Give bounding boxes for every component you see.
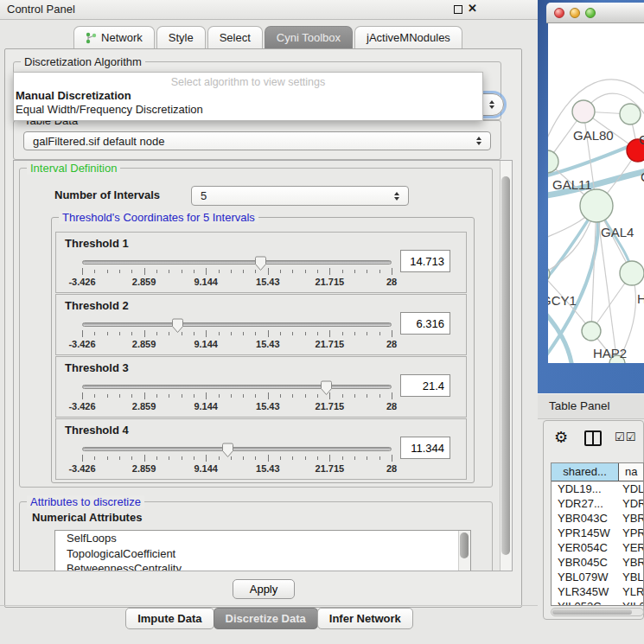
cell-shared-name[interactable]: YDR27... [552, 496, 619, 511]
tab-label: Select [220, 31, 251, 44]
cell-name[interactable]: YBR0 [619, 555, 643, 570]
minimize-traffic-light-icon[interactable] [570, 8, 580, 18]
list-scrollbar-thumb[interactable] [460, 532, 469, 558]
threshold-slider[interactable]: -3.4262.8599.14415.4321.71528 [82, 257, 392, 291]
cell-shared-name[interactable]: YER054C [552, 540, 619, 555]
table-scrollbar-thumb[interactable] [552, 609, 632, 615]
zoom-traffic-light-icon[interactable] [585, 8, 596, 18]
cell-shared-name[interactable]: YBR045C [552, 555, 619, 570]
table-row[interactable]: YBR043CYBR0 [552, 511, 643, 526]
table-row[interactable]: YBL079WYBL0 [552, 570, 643, 584]
threshold-value-input[interactable] [400, 374, 450, 397]
tab-jactivemnodules[interactable]: jActiveMNodules [354, 26, 462, 48]
cell-shared-name[interactable]: YPR145W [552, 526, 619, 540]
cell-name[interactable]: YDR2 [619, 496, 643, 511]
table-row[interactable]: YPR145WYPR1 [552, 526, 643, 540]
cell-name[interactable]: YDL1 [619, 481, 643, 496]
slider-track[interactable] [82, 447, 392, 451]
network-node[interactable] [582, 322, 601, 341]
scale-tick-label: 15.43 [256, 463, 280, 474]
scale-tick-label: -3.426 [68, 339, 95, 349]
settings-scrollbar[interactable] [500, 161, 512, 571]
cell-name[interactable]: YBR0 [619, 511, 643, 526]
settings-scrollbar-thumb[interactable] [501, 176, 510, 555]
threshold-label: Threshold 4 [65, 424, 129, 437]
threshold-value-input[interactable] [400, 312, 450, 335]
tab-select[interactable]: Select [207, 26, 263, 48]
attribute-item-topologicalcoefficient[interactable]: TopologicalCoefficient [55, 546, 470, 562]
combo-arrows-icon [394, 192, 400, 201]
slider-track[interactable] [82, 385, 392, 389]
gear-icon[interactable]: ⚙ [554, 428, 568, 447]
table-horizontal-scrollbar[interactable] [551, 608, 644, 616]
network-node[interactable] [580, 189, 613, 222]
apply-button[interactable]: Apply [233, 579, 295, 599]
cell-shared-name[interactable]: YBL079W [552, 570, 619, 584]
cell-shared-name[interactable]: YIL052C [552, 599, 619, 606]
table-header-row: shared... na [552, 463, 643, 481]
num-intervals-combobox[interactable]: 5 [191, 186, 409, 206]
scale-tick-label: 2.859 [132, 463, 156, 474]
cell-name[interactable]: YIL0 [619, 599, 643, 606]
checkbox-icons[interactable]: ☑☑ [615, 430, 636, 443]
table-data-combobox[interactable]: galFiltered.sif default node [23, 131, 491, 150]
network-node[interactable] [572, 100, 595, 123]
threshold-slider[interactable]: -3.4262.8599.14415.4321.71528 [82, 319, 392, 354]
bottom-tab-discretize-data[interactable]: Discretize Data [214, 608, 318, 629]
dropdown-option-equal-width-frequency-discretization[interactable]: Equal Width/Frequency Discretization [14, 102, 482, 116]
slider-track[interactable] [82, 260, 392, 265]
attributes-listbox[interactable]: SelfLoopsTopologicalCoefficientBetweenne… [54, 530, 471, 571]
slider-scale-labels: -3.4262.8599.14415.4321.71528 [82, 401, 392, 412]
table-row[interactable]: YDL19...YDL1 [552, 481, 643, 496]
table-row[interactable]: YLR345WYLR3 [552, 584, 643, 599]
table-row[interactable]: YDR27...YDR2 [552, 496, 643, 511]
cell-name[interactable]: YBL0 [619, 570, 643, 584]
network-node[interactable] [620, 261, 644, 285]
threshold-value-input[interactable] [400, 250, 450, 272]
cell-shared-name[interactable]: YBR043C [552, 511, 619, 526]
node-table[interactable]: shared... na YDL19...YDL1YDR27...YDR2YBR… [551, 462, 644, 606]
attribute-item-betweennesscentrality[interactable]: BetweennessCentrality [55, 561, 470, 571]
interval-definition-title: Interval Definition [27, 162, 120, 175]
cell-name[interactable]: YLR3 [619, 584, 643, 599]
dropdown-hint: Select algorithm to view settings [14, 73, 482, 88]
table-data-group: Table Data galFiltered.sif default node [13, 120, 501, 160]
settings-viewport: Interval Definition Number of Intervals … [14, 161, 501, 571]
table-row[interactable]: YBR045CYBR0 [552, 555, 643, 570]
column-header-name[interactable]: na [619, 463, 643, 481]
close-traffic-light-icon[interactable] [554, 8, 564, 18]
cell-shared-name[interactable]: YLR345W [552, 584, 619, 599]
network-node[interactable] [620, 104, 641, 124]
bottom-tab-impute-data[interactable]: Impute Data [125, 608, 214, 629]
network-node[interactable] [548, 266, 550, 282]
table-row[interactable]: YER054CYER0 [552, 540, 643, 555]
threshold-panel: Threshold 1 -3.4262.8599.14415.4321.7152… [55, 232, 467, 293]
network-icon [86, 32, 97, 44]
table-panel: ⚙ ☑☑ shared... na YDL19...YDL1YDR27...YD… [543, 420, 644, 620]
tab-style[interactable]: Style [156, 26, 206, 48]
dropdown-option-manual-discretization[interactable]: Manual Discretization [14, 88, 482, 102]
close-icon[interactable]: ✕ [468, 2, 477, 15]
threshold-slider[interactable]: -3.4262.8599.14415.4321.71528 [82, 381, 392, 416]
network-node[interactable] [548, 150, 558, 173]
threshold-slider[interactable]: -3.4262.8599.14415.4321.71528 [82, 443, 392, 478]
tab-network[interactable]: Network [73, 26, 155, 48]
bottom-tab-infer-network[interactable]: Infer Network [317, 608, 413, 629]
cell-shared-name[interactable]: YDL19... [552, 481, 619, 496]
scale-tick-label: -3.426 [68, 401, 95, 411]
network-canvas[interactable]: GAL80GCGAL11GAL4GCY1HHAP2 [548, 23, 644, 363]
list-scrollbar[interactable] [458, 531, 470, 571]
cell-name[interactable]: YPR1 [619, 526, 643, 540]
slider-track[interactable] [82, 322, 392, 327]
split-column-icon[interactable] [584, 430, 602, 446]
tab-cyni-toolbox[interactable]: Cyni Toolbox [265, 26, 353, 48]
threshold-label: Threshold 3 [65, 361, 129, 374]
settings-scrollpane: Interval Definition Number of Intervals … [13, 160, 513, 571]
column-header-shared[interactable]: shared... [552, 463, 619, 481]
float-window-icon[interactable] [454, 5, 462, 14]
cell-name[interactable]: YER0 [619, 540, 643, 555]
threshold-value-input[interactable] [400, 437, 450, 459]
attribute-item-selfloops[interactable]: SelfLoops [55, 531, 470, 546]
thresholds-group: Threshold's Coordinates for 5 Intervals … [51, 217, 475, 483]
table-row[interactable]: YIL052CYIL0 [552, 599, 643, 606]
